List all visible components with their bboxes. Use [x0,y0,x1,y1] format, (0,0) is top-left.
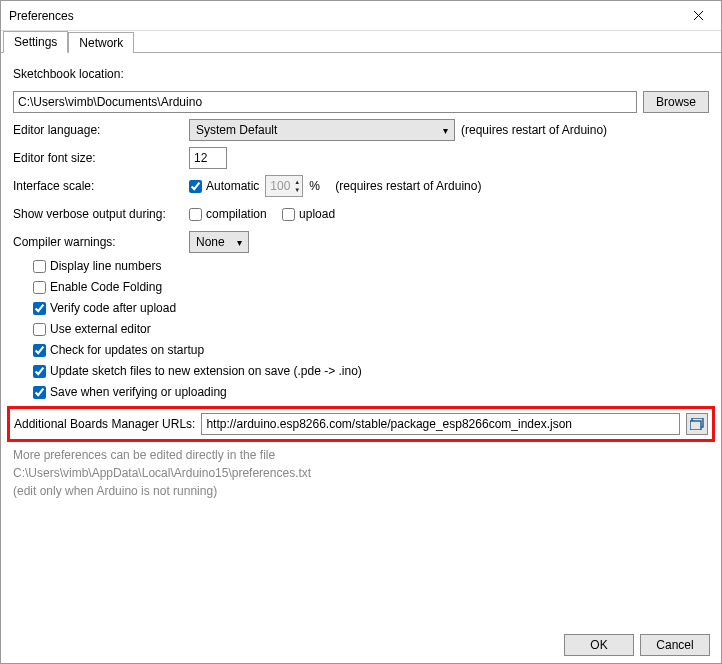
tab-network[interactable]: Network [68,32,134,53]
interface-scale-label: Interface scale: [13,179,183,193]
close-button[interactable] [676,1,721,31]
svg-rect-1 [690,421,701,430]
more-prefs-note: More preferences can be edited directly … [13,448,709,462]
verbose-label: Show verbose output during: [13,207,183,221]
editor-language-label: Editor language: [13,123,183,137]
editor-font-size-input[interactable] [189,147,227,169]
restart-note-1: (requires restart of Arduino) [461,123,607,137]
editor-language-value: System Default [196,123,277,137]
compilation-checkbox[interactable]: compilation [189,207,267,221]
upload-checkbox-input[interactable] [282,208,295,221]
update-extension-checkbox[interactable]: Update sketch files to new extension on … [33,364,709,378]
tab-settings[interactable]: Settings [3,31,68,53]
browse-button[interactable]: Browse [643,91,709,113]
tab-bar: Settings Network [1,31,721,53]
close-icon [693,10,704,21]
cancel-button[interactable]: Cancel [640,634,710,656]
boards-urls-highlight: Additional Boards Manager URLs: [7,406,715,442]
boards-urls-expand-button[interactable] [686,413,708,435]
chevron-down-icon: ▾ [443,125,448,136]
window-title: Preferences [9,9,676,23]
compilation-checkbox-input[interactable] [189,208,202,221]
editor-font-size-label: Editor font size: [13,151,183,165]
compiler-warnings-value: None [196,235,225,249]
restart-note-2: (requires restart of Arduino) [335,179,481,193]
sketchbook-path-input[interactable] [13,91,637,113]
edit-only-note: (edit only when Arduino is not running) [13,484,709,498]
automatic-checkbox-input[interactable] [189,180,202,193]
compiler-warnings-select[interactable]: None ▾ [189,231,249,253]
percent-label: % [309,179,320,193]
window-icon [690,418,704,430]
display-line-numbers-checkbox[interactable]: Display line numbers [33,259,709,273]
check-updates-checkbox[interactable]: Check for updates on startup [33,343,709,357]
editor-language-select[interactable]: System Default ▾ [189,119,455,141]
upload-label: upload [299,207,335,221]
spinner-arrows-icon: ▲▼ [294,178,302,194]
scale-spinner: ▲▼ [265,175,303,197]
boards-urls-label: Additional Boards Manager URLs: [14,417,195,431]
enable-code-folding-checkbox[interactable]: Enable Code Folding [33,280,709,294]
chevron-down-icon: ▾ [237,237,242,248]
upload-checkbox[interactable]: upload [282,207,335,221]
titlebar: Preferences [1,1,721,31]
automatic-scale-checkbox[interactable]: Automatic [189,179,259,193]
scale-value [266,177,294,195]
settings-panel: Sketchbook location: Browse Editor langu… [1,53,721,508]
compiler-warnings-label: Compiler warnings: [13,235,183,249]
ok-button[interactable]: OK [564,634,634,656]
sketchbook-label: Sketchbook location: [13,67,124,81]
save-on-verify-checkbox[interactable]: Save when verifying or uploading [33,385,709,399]
external-editor-checkbox[interactable]: Use external editor [33,322,709,336]
verify-after-upload-checkbox[interactable]: Verify code after upload [33,301,709,315]
compilation-label: compilation [206,207,267,221]
boards-urls-input[interactable] [201,413,680,435]
dialog-footer: OK Cancel [564,634,710,656]
automatic-label: Automatic [206,179,259,193]
prefs-file-path: C:\Users\vimb\AppData\Local\Arduino15\pr… [13,466,709,480]
